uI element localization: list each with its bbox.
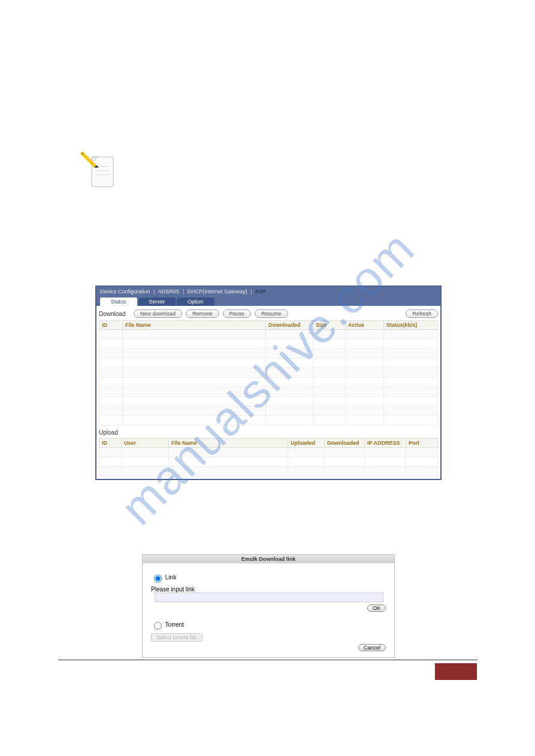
col-filename: File Name	[169, 439, 288, 448]
footer-divider	[58, 660, 477, 660]
col-downloaded: Downloaded	[325, 439, 365, 448]
dialog-title: Emulk Download link	[143, 555, 394, 563]
crumb-device-config[interactable]: Device Configuration	[100, 289, 150, 294]
download-section-label: Download	[99, 311, 130, 317]
breadcrumb: Device Configuration | ADS/NIS | DHCP(In…	[96, 287, 440, 296]
table-row	[99, 330, 438, 339]
col-ip: IP ADDRESS	[365, 439, 406, 448]
torrent-radio-label: Torrent	[165, 621, 184, 628]
table-row	[99, 416, 438, 426]
crumb-dhcp[interactable]: DHCP(Internet Gateway)	[188, 289, 247, 294]
table-row	[99, 467, 438, 476]
col-user: User	[122, 439, 169, 448]
footer-page-box	[435, 663, 477, 680]
download-link-dialog: Emulk Download link Link Please input li…	[142, 554, 395, 658]
table-row	[99, 387, 438, 397]
svg-rect-0	[92, 157, 113, 187]
table-row	[99, 397, 438, 406]
col-uploaded: Uploaded	[288, 439, 325, 448]
refresh-button[interactable]: Refresh	[406, 309, 438, 318]
link-input[interactable]	[155, 593, 383, 602]
col-id: ID	[99, 439, 122, 448]
note-pencil-icon	[81, 150, 117, 192]
col-status: Status(kb/s)	[384, 321, 438, 330]
new-download-button[interactable]: New download	[134, 309, 182, 318]
link-prompt: Please input link	[151, 586, 386, 593]
crumb-p2p: P2P	[255, 289, 265, 294]
tab-status[interactable]: Status	[100, 297, 137, 306]
resume-button[interactable]: Resume	[255, 309, 288, 318]
col-port: Port	[406, 439, 438, 448]
col-size: Size	[313, 321, 346, 330]
link-radio-label: Link	[165, 574, 176, 581]
cancel-button[interactable]: Cancel	[358, 644, 386, 651]
select-torrent-button: Select torrent file	[151, 633, 202, 642]
tab-option[interactable]: Option	[177, 297, 214, 306]
col-filename: File Name	[123, 321, 266, 330]
download-table: ID File Name Downloaded Size Active Stat…	[99, 320, 438, 426]
table-row	[99, 368, 438, 378]
upload-table: ID User File Name Uploaded Downloaded IP…	[99, 438, 438, 476]
col-id: ID	[99, 321, 123, 330]
table-row	[99, 359, 438, 368]
upload-section-label: Upload	[99, 429, 130, 436]
pause-button[interactable]: Pause	[223, 309, 252, 318]
table-row	[99, 457, 438, 467]
crumb-ads-nis[interactable]: ADS/NIS	[158, 289, 179, 294]
tab-server[interactable]: Server	[138, 297, 176, 306]
remove-button[interactable]: Remove	[186, 309, 219, 318]
table-row	[99, 378, 438, 387]
router-admin-screenshot: Device Configuration | ADS/NIS | DHCP(In…	[95, 286, 442, 480]
col-active: Active	[346, 321, 384, 330]
col-downloaded: Downloaded	[266, 321, 313, 330]
torrent-radio[interactable]	[154, 622, 162, 630]
table-row	[99, 339, 438, 349]
ok-button[interactable]: OK	[367, 605, 386, 612]
table-row	[99, 349, 438, 359]
table-row	[99, 448, 438, 457]
table-row	[99, 406, 438, 416]
link-radio[interactable]	[154, 575, 162, 582]
